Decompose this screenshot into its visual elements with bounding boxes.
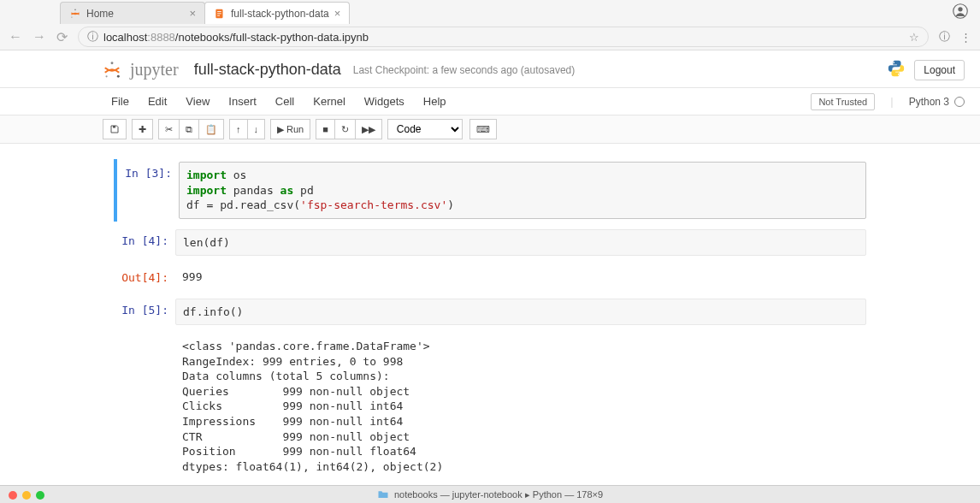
address-bar: ← → ⟳ ⓘ localhost:8888/notebooks/full-st…: [0, 24, 980, 50]
cell-type-select[interactable]: Code: [387, 119, 463, 139]
browser-actions: ⓘ ⋮: [939, 29, 971, 44]
code-input[interactable]: import os import pandas as pd df = pd.re…: [179, 162, 866, 219]
svg-rect-3: [217, 11, 221, 12]
terminal-titlebar[interactable]: notebooks — jupyter-notebook ▸ Python — …: [0, 485, 980, 503]
url-input[interactable]: ⓘ localhost:8888/notebooks/full-stack-py…: [78, 27, 929, 47]
browser-chrome: Home × full-stack-python-data × ← → ⟳ ⓘ …: [0, 0, 980, 50]
tab-title: Home: [86, 8, 114, 20]
output-prompt: [114, 335, 175, 477]
svg-point-1: [71, 16, 72, 17]
svg-point-11: [894, 62, 895, 63]
restart-run-all-button[interactable]: ▶▶: [356, 119, 382, 139]
code-cell[interactable]: In [3]: import os import pandas as pd df…: [114, 159, 866, 222]
menu-kernel[interactable]: Kernel: [304, 92, 354, 111]
logout-button[interactable]: Logout: [914, 60, 965, 80]
notebook-area: In [3]: import os import pandas as pd df…: [0, 144, 980, 480]
menu-file[interactable]: File: [103, 92, 138, 111]
page-info-icon[interactable]: ⓘ: [939, 29, 950, 44]
tab-title: full-stack-python-data: [231, 8, 329, 20]
output-row: Out[4]: 999: [114, 263, 866, 291]
menu-cell[interactable]: Cell: [267, 92, 303, 111]
restart-button[interactable]: ↻: [335, 119, 356, 139]
svg-rect-5: [217, 15, 220, 15]
output-prompt: Out[4]:: [114, 266, 175, 288]
svg-point-9: [105, 75, 107, 77]
paste-button[interactable]: 📋: [199, 119, 224, 139]
back-icon[interactable]: ←: [9, 29, 22, 44]
url-port: :8888: [147, 31, 175, 44]
code-cell[interactable]: In [4]: len(df): [114, 227, 866, 259]
minimize-window-icon[interactable]: [22, 491, 31, 500]
menu-bar: File Edit View Insert Cell Kernel Widget…: [0, 88, 980, 115]
svg-point-0: [74, 9, 76, 10]
svg-point-7: [958, 7, 962, 11]
menu-edit[interactable]: Edit: [139, 92, 175, 111]
maximize-window-icon[interactable]: [36, 491, 44, 500]
user-avatar-icon[interactable]: [953, 3, 968, 21]
notebook-name[interactable]: full-stack-python-data: [194, 61, 341, 79]
close-window-icon[interactable]: [9, 491, 17, 500]
python-logo-icon: [887, 59, 906, 80]
close-icon[interactable]: ×: [189, 7, 196, 20]
code-cell[interactable]: In [5]: df.info(): [114, 296, 866, 328]
copy-button[interactable]: ⧉: [180, 119, 199, 139]
url-host: localhost: [103, 31, 147, 44]
svg-point-8: [111, 62, 114, 64]
cut-button[interactable]: ✂: [158, 119, 180, 139]
toolbar: ✚ ✂ ⧉ 📋 ↑ ↓ ▶ Run ■ ↻ ▶▶ Code ⌨: [0, 115, 980, 144]
close-icon[interactable]: ×: [334, 7, 341, 20]
input-prompt: In [3]:: [117, 162, 179, 219]
move-up-button[interactable]: ↑: [229, 119, 248, 139]
reload-icon[interactable]: ⟳: [56, 29, 68, 45]
notebook-favicon-icon: [214, 8, 226, 20]
code-input[interactable]: df.info(): [175, 299, 866, 326]
forward-icon[interactable]: →: [32, 29, 46, 44]
add-cell-button[interactable]: ✚: [132, 119, 153, 139]
jupyter-logo-icon[interactable]: [103, 61, 121, 80]
input-prompt: In [4]:: [114, 229, 175, 257]
code-input[interactable]: len(df): [175, 229, 866, 257]
browser-tab-home[interactable]: Home ×: [60, 2, 205, 24]
not-trusted-button[interactable]: Not Trusted: [811, 93, 875, 110]
svg-point-10: [117, 74, 120, 77]
menu-widgets[interactable]: Widgets: [356, 92, 413, 111]
tab-bar: Home × full-stack-python-data ×: [0, 0, 980, 24]
kernel-name-label: Python 3: [909, 96, 949, 108]
jupyter-brand[interactable]: jupyter: [130, 60, 179, 80]
folder-icon: [377, 489, 389, 500]
svg-rect-13: [113, 126, 115, 128]
menu-view[interactable]: View: [177, 92, 218, 111]
kernel-status-icon: [954, 97, 965, 107]
checkpoint-status: Last Checkpoint: a few seconds ago (auto…: [353, 64, 576, 76]
interrupt-button[interactable]: ■: [316, 119, 335, 139]
svg-point-12: [898, 74, 900, 75]
cell-output: <class 'pandas.core.frame.DataFrame'> Ra…: [175, 335, 866, 477]
input-prompt: In [5]:: [114, 299, 175, 326]
site-info-icon[interactable]: ⓘ: [87, 29, 98, 44]
terminal-title: notebooks — jupyter-notebook ▸ Python — …: [394, 489, 603, 500]
svg-rect-4: [217, 13, 221, 14]
menu-help[interactable]: Help: [415, 92, 455, 111]
cell-output: 999: [175, 266, 866, 288]
command-palette-button[interactable]: ⌨: [469, 119, 497, 139]
move-down-button[interactable]: ↓: [248, 119, 266, 139]
jupyter-header: jupyter full-stack-python-data Last Chec…: [0, 50, 980, 88]
run-button[interactable]: ▶ Run: [270, 119, 310, 139]
menu-icon[interactable]: ⋮: [960, 31, 971, 44]
browser-tab-notebook[interactable]: full-stack-python-data ×: [204, 2, 350, 24]
kernel-indicator[interactable]: Python 3: [909, 96, 965, 108]
output-row: <class 'pandas.core.frame.DataFrame'> Ra…: [114, 333, 866, 480]
save-button[interactable]: [103, 119, 127, 139]
jupyter-favicon-icon: [69, 8, 81, 20]
menu-insert[interactable]: Insert: [220, 92, 265, 111]
url-path: /notebooks/full-stack-python-data.ipynb: [175, 31, 369, 44]
bookmark-icon[interactable]: ☆: [909, 31, 919, 44]
